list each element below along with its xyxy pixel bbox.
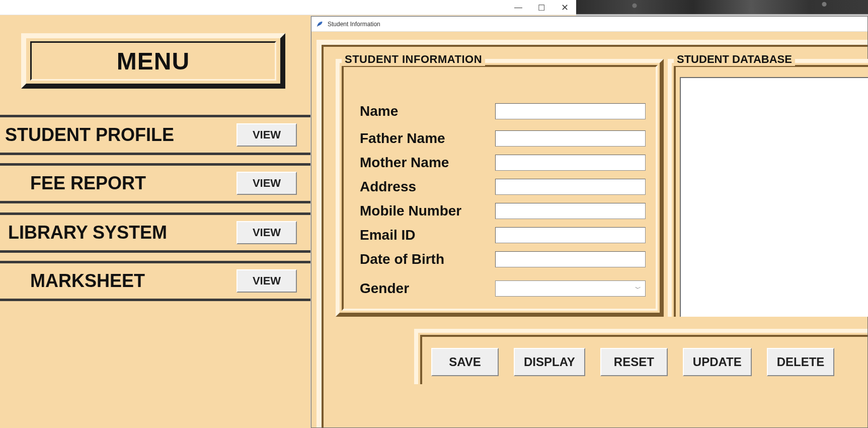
feather-icon	[315, 20, 324, 28]
action-button-bar: SAVE DISPLAY RESET UPDATE DELETE	[414, 329, 867, 384]
input-mother-name[interactable]	[495, 155, 646, 171]
desktop-background-strip	[576, 0, 868, 14]
chevron-down-icon: ﹀	[635, 284, 641, 293]
row-email: Email ID	[360, 223, 646, 247]
label-dob: Date of Birth	[360, 251, 495, 267]
label-mother-name: Mother Name	[360, 155, 495, 171]
row-father-name: Father Name	[360, 126, 646, 151]
menu-title: MENU	[117, 47, 190, 75]
menu-label-fee-report: FEE REPORT	[5, 173, 146, 194]
main-window-titlebar: — ☐ ✕	[0, 0, 576, 15]
view-button-student-profile[interactable]: VIEW	[236, 123, 297, 147]
label-father-name: Father Name	[360, 130, 495, 147]
row-mother-name: Mother Name	[360, 151, 646, 175]
student-database-fieldset	[668, 59, 868, 317]
row-name: Name	[360, 99, 646, 123]
student-information-fieldset-inner: Name Father Name Mother Name Add	[342, 65, 658, 311]
input-name[interactable]	[495, 103, 646, 119]
label-name: Name	[360, 103, 495, 119]
maximize-icon: ☐	[538, 3, 545, 13]
student-information-window: Student Information STUDENT INFORMATION …	[311, 16, 868, 428]
row-address: Address	[360, 175, 646, 199]
minimize-button[interactable]: —	[507, 0, 530, 15]
view-button-library-system[interactable]: VIEW	[236, 221, 297, 244]
child-outer-inner-edge: STUDENT INFORMATION Name Father Name	[322, 45, 867, 427]
maximize-button[interactable]: ☐	[530, 0, 553, 15]
view-button-marksheet[interactable]: VIEW	[236, 269, 297, 293]
child-window-title: Student Information	[328, 21, 380, 28]
row-gender: Gender ﹀	[360, 276, 646, 301]
minimize-icon: —	[514, 3, 522, 12]
child-window-titlebar[interactable]: Student Information	[311, 17, 867, 32]
input-email[interactable]	[495, 227, 646, 243]
delete-button[interactable]: DELETE	[767, 348, 835, 376]
student-database-listbox[interactable]	[680, 77, 868, 317]
menu-label-student-profile: STUDENT PROFILE	[5, 124, 174, 146]
input-dob[interactable]	[495, 251, 646, 267]
menu-row-library-system: LIBRARY SYSTEM VIEW	[0, 212, 312, 253]
display-button[interactable]: DISPLAY	[514, 348, 585, 376]
close-icon: ✕	[561, 2, 569, 13]
close-button[interactable]: ✕	[553, 0, 576, 15]
child-outer-frame: STUDENT INFORMATION Name Father Name	[317, 40, 867, 427]
row-dob: Date of Birth	[360, 247, 646, 271]
label-mobile: Mobile Number	[360, 203, 495, 219]
save-button[interactable]: SAVE	[431, 348, 499, 376]
reset-button[interactable]: RESET	[600, 348, 668, 376]
menu-row-marksheet: MARKSHEET VIEW	[0, 261, 312, 301]
update-button[interactable]: UPDATE	[683, 348, 752, 376]
label-email: Email ID	[360, 227, 495, 243]
student-information-fieldset: Name Father Name Mother Name Add	[336, 59, 664, 317]
student-information-legend: STUDENT INFORMATION	[342, 53, 485, 66]
input-address[interactable]	[495, 179, 646, 195]
menu-label-marksheet: MARKSHEET	[5, 270, 145, 292]
view-button-fee-report[interactable]: VIEW	[236, 172, 297, 195]
menu-row-fee-report: FEE REPORT VIEW	[0, 163, 312, 203]
menu-title-frame: MENU	[21, 33, 285, 89]
row-mobile: Mobile Number	[360, 199, 646, 223]
label-gender: Gender	[360, 280, 495, 297]
student-form-grid: Name Father Name Mother Name Add	[360, 94, 646, 304]
select-gender[interactable]: ﹀	[495, 280, 646, 297]
input-father-name[interactable]	[495, 130, 646, 147]
input-mobile[interactable]	[495, 203, 646, 219]
menu-label-library-system: LIBRARY SYSTEM	[5, 222, 167, 243]
label-address: Address	[360, 179, 495, 195]
menu-title-inner: MENU	[30, 41, 276, 81]
student-database-fieldset-inner	[674, 65, 868, 317]
action-button-bar-inner: SAVE DISPLAY RESET UPDATE DELETE	[420, 335, 867, 384]
menu-row-student-profile: STUDENT PROFILE VIEW	[0, 115, 312, 155]
student-database-legend: STUDENT DATABASE	[674, 53, 795, 66]
